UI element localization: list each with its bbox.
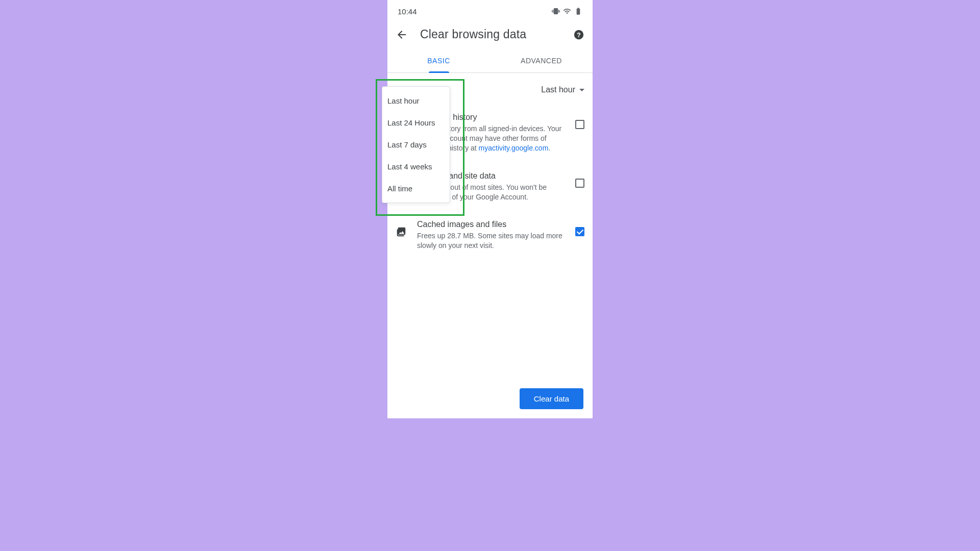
image-icon [396, 226, 407, 237]
checkbox-history[interactable] [575, 120, 584, 129]
time-range-popup: Last hour Last 24 Hours Last 7 days Last… [382, 86, 450, 203]
time-range-value: Last hour [541, 85, 575, 94]
setting-title: Cached images and files [417, 220, 565, 229]
checkbox-cache[interactable] [575, 227, 584, 236]
page-header: Clear browsing data ? [387, 22, 593, 48]
back-icon[interactable] [396, 29, 408, 41]
myactivity-link[interactable]: myactivity.google.com [479, 144, 549, 152]
svg-text:?: ? [577, 31, 581, 38]
tab-advanced[interactable]: ADVANCED [490, 48, 593, 72]
vibrate-icon [552, 7, 560, 15]
tab-basic[interactable]: BASIC [387, 48, 490, 72]
popup-option-last-hour[interactable]: Last hour [382, 90, 450, 112]
battery-icon [574, 7, 582, 15]
clear-data-button[interactable]: Clear data [520, 388, 583, 409]
popup-option-last-24-hours[interactable]: Last 24 Hours [382, 112, 450, 134]
status-icons [552, 7, 582, 15]
help-icon[interactable]: ? [573, 29, 584, 40]
checkbox-cookies[interactable] [575, 179, 584, 188]
wifi-icon [563, 7, 571, 15]
chevron-down-icon [579, 89, 584, 91]
popup-option-last-7-days[interactable]: Last 7 days [382, 134, 450, 156]
status-time: 10:44 [398, 7, 417, 16]
setting-body: Cached images and files Frees up 28.7 MB… [417, 220, 565, 251]
setting-desc: Frees up 28.7 MB. Some sites may load mo… [417, 231, 565, 251]
setting-cache[interactable]: Cached images and files Frees up 28.7 MB… [396, 211, 584, 260]
tabs: BASIC ADVANCED [387, 48, 593, 73]
page-title: Clear browsing data [420, 28, 561, 41]
footer: Clear data [520, 388, 583, 409]
popup-option-last-4-weeks[interactable]: Last 4 weeks [382, 156, 450, 178]
popup-option-all-time[interactable]: All time [382, 178, 450, 199]
status-bar: 10:44 [387, 0, 593, 22]
time-range-select[interactable]: Last hour [541, 85, 584, 94]
phone-frame: 10:44 Clear browsing data ? BASIC ADVANC… [387, 0, 593, 418]
